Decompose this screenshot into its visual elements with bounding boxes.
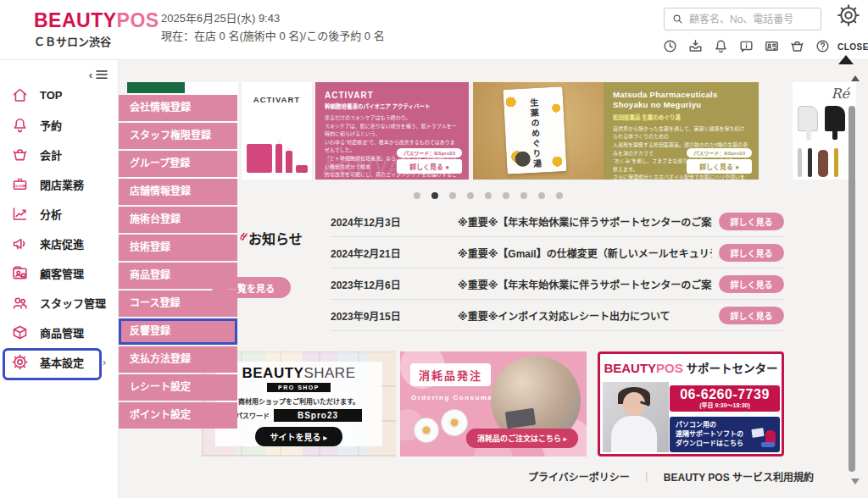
password-badge: パスワード：BSpro23 — [687, 148, 752, 158]
submenu-item[interactable]: スタッフ権限登録 — [119, 123, 237, 149]
re-banner-partial[interactable]: Ré — [793, 82, 856, 180]
footer-separator: ｜ — [642, 469, 652, 484]
carousel-dot[interactable] — [503, 192, 509, 199]
sidebar-item-label: TOP — [40, 89, 63, 102]
submenu-item[interactable]: 施術台登録 — [119, 207, 237, 233]
carousel-slide-green-fragment — [127, 82, 185, 93]
gear-icon — [836, 3, 861, 28]
close-arrow-icon[interactable] — [838, 55, 854, 64]
meguriyu-banner[interactable]: Matsuda Pharmaceuticals Shoyaku no Megur… — [604, 82, 759, 180]
support-center-banner[interactable]: BEAUTYPOS サポートセンター 06-6260-7739 (平日 9:30… — [598, 351, 784, 456]
close-panel-button[interactable]: CLOSE — [837, 42, 868, 52]
activart-products-illustration — [242, 122, 312, 173]
submenu-item[interactable]: 技術登録 — [119, 235, 237, 261]
support-suffix: サポートセンター — [683, 362, 778, 375]
order-consumables-button[interactable]: 消耗品のご注文はこちら ▸ — [466, 429, 578, 448]
meguriyu-product-photo[interactable]: 生薬のめぐり湯 — [473, 82, 604, 180]
submenu-item[interactable]: 支払方法登録 — [119, 346, 237, 373]
operator-torso — [611, 416, 657, 452]
submenu-item[interactable]: グループ登録 — [119, 151, 237, 177]
sidebar-item[interactable]: 会計 — [0, 140, 119, 169]
news-row: 2023年12月6日 ※重要※【年末年始休業に伴うサポートセンターのご案内】 詳… — [331, 268, 784, 300]
inbox-icon[interactable] — [687, 38, 704, 54]
carousel-dot[interactable] — [431, 192, 438, 199]
clock-icon[interactable] — [662, 38, 678, 54]
news-row: 2024年2月21日 ※重要※【Gmail】の仕様変更（新しいメールセキュリティ… — [331, 237, 784, 268]
submenu-item[interactable]: 反響登録 — [119, 318, 237, 345]
sidebar-item[interactable]: TOP — [0, 80, 119, 110]
sidebar-item[interactable]: 基本設定 › — [0, 347, 119, 377]
app-logo[interactable]: BEAUTYPOS ＣＢサロン渋谷 — [34, 9, 159, 49]
submenu-item[interactable]: レシート設定 — [119, 374, 237, 401]
header: BEAUTYPOS ＣＢサロン渋谷 2025年6月25日(水) 9:43 現在：… — [0, 0, 868, 60]
news-decor-icon — [240, 232, 248, 241]
carousel-dot[interactable] — [414, 192, 420, 199]
people-icon — [11, 294, 29, 312]
scrollbar-up-arrow[interactable] — [851, 75, 860, 81]
search-input[interactable] — [689, 14, 814, 25]
scrollbar-down-arrow[interactable] — [851, 479, 860, 484]
privacy-policy-link[interactable]: プライバシーポリシー — [528, 469, 630, 484]
news-more-button[interactable]: 詳しく見る — [719, 244, 784, 262]
banner-more-button[interactable]: 詳しく見る ● — [687, 159, 752, 174]
submenu-item[interactable]: ポイント設定 — [119, 402, 237, 429]
password-badge: パスワード：BSpro23 — [397, 148, 462, 158]
news-date: 2023年9月15日 — [331, 308, 458, 323]
customer-search[interactable] — [664, 8, 821, 30]
brand-share: SHARE — [303, 365, 355, 381]
news-more-button[interactable]: 詳しく見る — [719, 275, 784, 293]
scrollbar-thumb[interactable] — [849, 106, 855, 472]
support-phone-box: 06-6260-7739 (平日 9:30〜18:30) — [670, 385, 780, 412]
banner-title: Matsuda Pharmaceuticals Shoyaku no Megur… — [613, 90, 749, 110]
activart-banner[interactable]: ACTIVART 幹細胞培養液のパイオニア アクティバート 塗るだけのスキンケア… — [315, 82, 469, 180]
news-date: 2023年12月6日 — [331, 277, 458, 291]
hairdryer-illustration — [798, 106, 845, 131]
laptop-shape — [751, 428, 764, 438]
help-icon[interactable] — [815, 38, 831, 54]
consumables-banner[interactable]: 消耗品発注 Ordering Consumables 消耗品のご注文はこちら ▸ — [400, 351, 587, 456]
pc-support-illustration — [750, 429, 776, 447]
sidebar-item[interactable]: 閉店業務 — [0, 169, 119, 199]
carousel-dot[interactable] — [467, 192, 474, 199]
carousel-dot[interactable] — [538, 192, 545, 199]
submenu-item[interactable]: 商品登録 — [119, 263, 237, 289]
view-site-button[interactable]: サイトを見る ▸ — [255, 427, 343, 446]
basket-icon[interactable] — [789, 38, 805, 54]
sidebar-item[interactable]: スタッフ管理 — [0, 288, 119, 318]
submenu-item[interactable]: 店舗情報登録 — [119, 179, 237, 205]
styler-illustration — [798, 148, 838, 177]
gear-icon — [11, 353, 29, 371]
sidebar-item[interactable]: 分析 — [0, 199, 119, 229]
sidebar-item[interactable]: 商品管理 — [0, 318, 119, 347]
sidebar-item-label: スタッフ管理 — [40, 295, 106, 311]
bell-icon[interactable] — [713, 38, 729, 54]
beauty-share-card: BEAUTYSHARE PRO SHOP 商材用ショップをご利用いただけます。 … — [215, 362, 382, 446]
settings-button[interactable] — [836, 3, 861, 28]
sidebar-item[interactable]: 顧客管理 — [0, 258, 119, 288]
chat-info-icon[interactable] — [738, 38, 754, 54]
carousel-dot[interactable] — [520, 192, 527, 199]
carousel-dot[interactable] — [485, 192, 492, 199]
salon-status: 現在：在店 0 名(施術中 0 名)/この後予約 0 名 — [161, 27, 385, 45]
remote-support-download[interactable]: パソコン用の 遠隔サポートソフトの ダウンロードはこちら — [670, 417, 780, 452]
activart-logo: ACTIVART — [242, 95, 312, 104]
banner-more-button[interactable]: 詳しく見る ● — [397, 159, 462, 174]
submenu-item[interactable]: 会社情報登録 — [119, 95, 237, 121]
sidebar-item[interactable]: 予約 — [0, 110, 119, 140]
sidebar-item-label: 閉店業務 — [40, 176, 84, 192]
banner-subtitle: 幹細胞培養液のパイオニア アクティバート — [325, 102, 459, 110]
news-more-button[interactable]: 詳しく見る — [719, 307, 784, 324]
activart-product-photo[interactable]: ACTIVART — [242, 82, 312, 180]
submenu-item[interactable]: コース登録 — [119, 290, 237, 317]
collapse-chevron: ‹ — [89, 69, 92, 81]
news-more-button[interactable]: 詳しく見る — [719, 213, 784, 230]
sidebar-item-label: 商品管理 — [40, 324, 84, 340]
sidebar-item[interactable]: 来店促進 — [0, 229, 119, 258]
terms-link[interactable]: BEAUTY POS サービス利用規約 — [664, 469, 814, 484]
carousel-dot[interactable] — [449, 192, 456, 199]
news-date: 2024年12月3日 — [331, 214, 458, 229]
product-bottle — [275, 144, 282, 173]
news-row: 2024年12月3日 ※重要※【年末年始休業に伴うサポートセンターのご案内】 詳… — [331, 206, 784, 237]
carousel-dot[interactable] — [556, 192, 563, 199]
id-card-icon[interactable] — [764, 38, 780, 54]
